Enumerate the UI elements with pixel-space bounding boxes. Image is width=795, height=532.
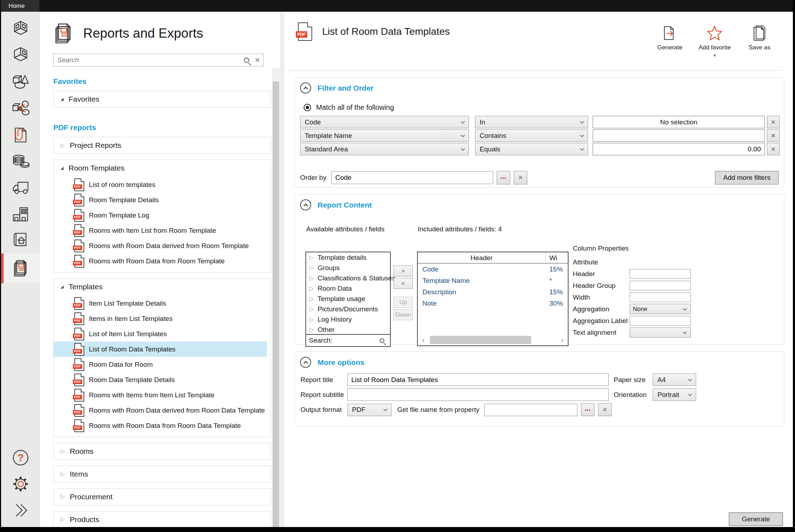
tree-item[interactable]: PDF List of Item List Templates (54, 326, 267, 342)
sidebar-item-data[interactable] (1, 148, 40, 174)
tree-item[interactable]: PDF Rooms with Room Data from Room Data … (54, 418, 267, 433)
available-field-item[interactable]: ▷ Groups (306, 263, 390, 273)
included-field-row[interactable]: Note 30% (418, 298, 568, 309)
filter-operator-dropdown[interactable]: In (475, 116, 588, 128)
available-field-item[interactable]: ▷ Log History (306, 314, 390, 324)
expander-closed-icon[interactable]: ▷ (60, 517, 65, 522)
tree-item-selected[interactable]: PDF List of Room Data Templates (54, 342, 267, 357)
tree-group-products-header[interactable]: ▷ Products (54, 511, 271, 527)
add-more-filters-button[interactable]: Add more filters (715, 171, 779, 184)
filter-attribute-dropdown[interactable]: Standard Area (300, 143, 469, 155)
report-subtitle-input[interactable] (347, 388, 609, 401)
aggregation-dropdown[interactable]: None (630, 304, 691, 314)
tree-scrollbar[interactable] (272, 68, 280, 527)
expander-closed-icon[interactable]: ▷ (60, 448, 65, 454)
order-by-clear-button[interactable]: × (514, 171, 527, 184)
expander-closed-icon[interactable]: ▷ (60, 494, 65, 500)
sidebar-item-documents[interactable] (1, 122, 40, 148)
sidebar-item-buildings[interactable] (1, 201, 40, 227)
tree-scrollbar-thumb[interactable] (273, 81, 279, 527)
generate-button-top[interactable]: Generate (653, 25, 686, 59)
tree-item[interactable]: PDF List of room templates (54, 177, 267, 192)
filter-operator-dropdown[interactable]: Equals (475, 143, 588, 155)
sidebar-item-logistics[interactable] (1, 174, 40, 201)
sidebar-item-rooms[interactable] (1, 17, 40, 43)
sidebar-item-room-function[interactable] (1, 43, 40, 69)
tree-item[interactable]: PDF Room Data Template Details (54, 372, 267, 387)
add-favorite-button[interactable]: Add favorite ▾ (698, 25, 731, 59)
expander-open-icon[interactable] (60, 285, 64, 289)
generate-button[interactable]: Generate (729, 512, 783, 526)
search-icon[interactable] (380, 338, 384, 343)
move-down-button[interactable]: Down (394, 309, 413, 320)
move-right-button[interactable]: > (394, 265, 413, 276)
available-field-item[interactable]: ▷ Template details (306, 252, 390, 263)
tree-item[interactable]: PDF Rooms with Room Data derived from Ro… (54, 403, 267, 418)
sidebar-item-catalog[interactable] (1, 227, 40, 253)
tree-group-project-reports-header[interactable]: ▷ Project Reports (54, 137, 271, 154)
report-title-input[interactable] (347, 374, 609, 386)
clear-search-icon[interactable]: × (255, 56, 260, 64)
available-field-item[interactable]: ▷ Template usage (306, 294, 390, 304)
sidebar-item-help[interactable]: ? (1, 445, 40, 471)
tree-group-favorites-header[interactable]: Favorites (54, 91, 271, 107)
move-up-button[interactable]: Up (394, 297, 413, 308)
fields-search-input[interactable] (332, 338, 380, 343)
tree-item[interactable]: PDF Rooms with Items from Item List Temp… (54, 387, 267, 403)
tree-search-input[interactable] (57, 56, 244, 64)
tree-item[interactable]: PDF Room Template Details (54, 192, 267, 208)
tree-item[interactable]: PDF Rooms with Room Data derived from Ro… (54, 238, 267, 253)
search-icon[interactable] (244, 58, 249, 63)
filter-attribute-dropdown[interactable]: Code (300, 116, 469, 128)
sidebar-item-reports[interactable] (1, 253, 40, 283)
collapse-section-button[interactable] (300, 357, 311, 368)
expander-open-icon[interactable] (60, 167, 64, 170)
tree-group-items-header[interactable]: ▷ Items (54, 466, 271, 482)
scrollbar-thumb[interactable] (430, 336, 531, 344)
tree-group-procurement-header[interactable]: ▷ Procurement (54, 489, 271, 505)
available-field-item[interactable]: ▷ Other (306, 324, 390, 335)
included-field-row[interactable]: Code 15% (418, 264, 568, 275)
text-alignment-dropdown[interactable] (630, 327, 691, 338)
filter-operator-dropdown[interactable]: Contains (475, 129, 588, 142)
expander-closed-icon[interactable]: ▷ (60, 471, 65, 477)
tree-item[interactable]: PDF Item List Template Details (54, 296, 267, 311)
available-field-item[interactable]: ▷ Pictures/Documents (306, 304, 390, 314)
table-horizontal-scrollbar[interactable]: ‹ › (419, 336, 566, 344)
paper-size-dropdown[interactable]: A4 (653, 374, 696, 386)
filter-attribute-dropdown[interactable]: Template Name (300, 129, 469, 142)
remove-filter-button[interactable]: × (767, 116, 780, 128)
tree-item[interactable]: PDF Room Template Log (54, 208, 267, 223)
sidebar-item-settings[interactable] (1, 471, 40, 497)
filter-value-input[interactable] (597, 145, 761, 153)
width-input[interactable] (630, 292, 691, 302)
tree-group-templates-header[interactable]: Templates (54, 279, 271, 295)
file-name-clear-button[interactable]: × (598, 403, 612, 416)
aggregation-label-input[interactable] (630, 316, 691, 326)
tree-item[interactable]: PDF Rooms with Room Data from Room Templ… (54, 253, 267, 269)
header-group-input[interactable] (630, 281, 691, 290)
match-all-radio[interactable] (304, 104, 311, 111)
order-by-input[interactable] (331, 171, 493, 184)
tree-item[interactable]: PDF Rooms with Item List from Room Templ… (54, 223, 267, 238)
move-left-button[interactable]: < (394, 278, 413, 289)
filter-value-picker[interactable]: No selection (593, 116, 765, 128)
save-as-button[interactable]: Save as (743, 25, 776, 59)
expander-open-icon[interactable] (60, 98, 64, 101)
collapse-section-button[interactable] (300, 199, 311, 210)
file-name-property-input[interactable] (484, 404, 577, 416)
expander-closed-icon[interactable]: ▷ (60, 143, 65, 148)
sidebar-item-items[interactable] (1, 69, 40, 96)
collapse-section-button[interactable] (300, 82, 311, 93)
tab-home[interactable]: Home (1, 0, 39, 12)
tree-item[interactable]: PDF Room Data for Room (54, 357, 267, 372)
included-field-row[interactable]: Description 15% (418, 286, 568, 298)
collapse-sidebar-button[interactable] (1, 497, 40, 523)
filter-value-input[interactable] (597, 132, 761, 140)
output-format-dropdown[interactable]: PDF (347, 404, 391, 416)
tree-group-room-templates-header[interactable]: Room Templates (54, 160, 271, 176)
tree-item[interactable]: PDF Items in Item List Templates (54, 311, 267, 326)
tree-group-rooms-header[interactable]: ▷ Rooms (54, 443, 271, 460)
order-by-more-button[interactable]: ••• (497, 171, 510, 184)
header-input[interactable] (630, 269, 691, 279)
